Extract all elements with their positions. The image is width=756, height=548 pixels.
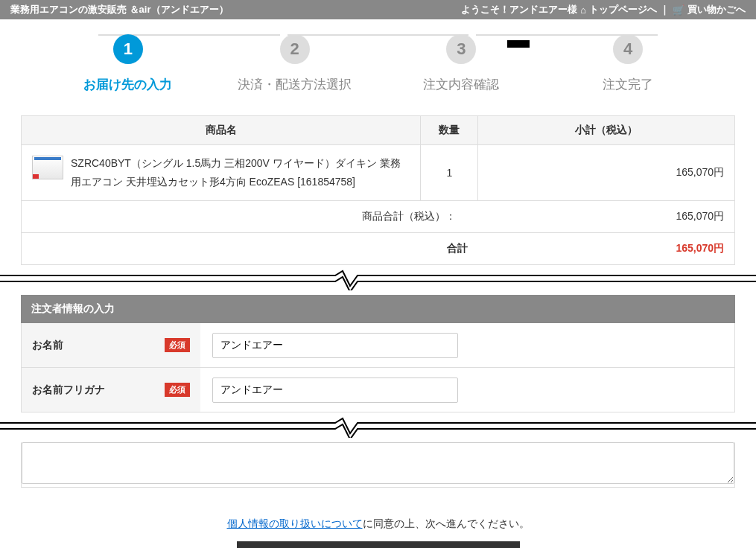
top-bar: 業務用エアコンの激安販売 ＆air（アンドエアー） ようこそ！アンドエアー様 ⌂… (0, 0, 756, 19)
consent-text: 個人情報の取り扱いについてに同意の上、次へ進んでください。 (0, 517, 756, 531)
page-break-icon (0, 417, 756, 438)
step-2-label: 決済・配送方法選択 (212, 76, 378, 93)
name-input[interactable] (212, 333, 458, 358)
to-top-link[interactable]: トップページへ (589, 3, 657, 16)
required-badge: 必須 (165, 338, 190, 352)
progress-steps: 1 お届け先の入力 2 決済・配送方法選択 3 注文内容確認 4 注文完了 (0, 19, 756, 101)
form-section-header: 注文者情報の入力 (21, 295, 735, 323)
th-product-name: 商品名 (22, 116, 421, 145)
step-4-circle: 4 (613, 34, 643, 64)
product-subtotal: 165,070円 (478, 145, 735, 201)
th-qty: 数量 (421, 116, 478, 145)
step-4-label: 注文完了 (544, 76, 711, 93)
step-3-circle: 3 (446, 34, 476, 64)
step-1-label: お届け先の入力 (45, 76, 212, 93)
site-title: 業務用エアコンの激安販売 ＆air（アンドエアー） (10, 3, 461, 16)
table-row: SZRC40BYT（シングル 1.5馬力 三相200V ワイヤード）ダイキン 業… (22, 145, 735, 201)
privacy-policy-link[interactable]: 個人情報の取り扱いについて (227, 517, 363, 529)
kana-label: お名前フリガナ (32, 383, 105, 397)
redaction-bar (507, 40, 530, 48)
to-cart-link[interactable]: 買い物かごへ (687, 3, 746, 16)
next-button[interactable]: 次へ (237, 541, 520, 548)
required-badge: 必須 (165, 383, 190, 397)
grand-total-label: 合計 (447, 242, 468, 254)
grand-total-value: 165,070円 (478, 233, 735, 265)
order-table: 商品名 数量 小計（税込） SZRC40BYT（シングル 1.5馬力 三相200… (21, 115, 735, 265)
home-icon: ⌂ (580, 4, 586, 16)
form-row-name: お名前 必須 (21, 323, 735, 368)
product-thumbnail (32, 156, 63, 179)
kana-input[interactable] (212, 377, 458, 403)
page-break-icon (0, 270, 756, 290)
step-1-circle: 1 (113, 34, 143, 64)
notes-textarea[interactable] (22, 442, 734, 484)
welcome-text: ようこそ！アンドエアー様 (461, 3, 577, 16)
name-label: お名前 (32, 339, 63, 352)
product-qty: 1 (421, 145, 478, 201)
goods-total-label: 商品合計（税込）： (362, 210, 456, 222)
step-3-label: 注文内容確認 (378, 76, 545, 93)
cart-icon: 🛒 (673, 4, 684, 16)
goods-total-value: 165,070円 (478, 201, 735, 233)
product-name: SZRC40BYT（シングル 1.5馬力 三相200V ワイヤード）ダイキン 業… (71, 154, 410, 191)
th-subtotal: 小計（税込） (478, 116, 735, 145)
separator: ｜ (660, 3, 670, 16)
form-row-kana: お名前フリガナ 必須 (21, 368, 735, 412)
step-2-circle: 2 (280, 34, 310, 64)
